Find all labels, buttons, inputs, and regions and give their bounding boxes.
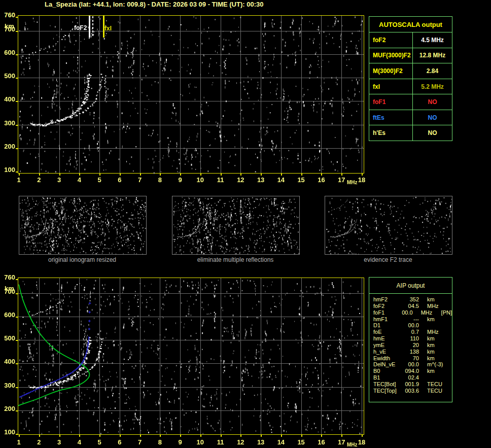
parameter-value: 70 bbox=[404, 355, 419, 362]
parameter-value: 094.0 bbox=[404, 368, 419, 374]
station-title: La_Spezia (lat: +44.1, lon: 009.8) - DAT… bbox=[45, 1, 263, 8]
parameter-label: ymE bbox=[373, 342, 404, 349]
thumbnail-original-ionogram bbox=[19, 196, 147, 255]
x-tick-label: 10 bbox=[194, 439, 206, 445]
thumbnail-no-multiples bbox=[172, 196, 300, 255]
parameter-label: h'Es bbox=[369, 125, 412, 141]
x-tick-label: 4 bbox=[73, 177, 85, 183]
y-tick-label: 100 bbox=[0, 166, 15, 174]
x-tick-label: 8 bbox=[154, 177, 166, 183]
parameter-label: DelN_vE bbox=[373, 361, 404, 368]
x-axis-unit-label: MHz bbox=[347, 180, 358, 185]
thumbnail-f2-trace bbox=[325, 196, 452, 255]
x-tick-label: 6 bbox=[114, 439, 126, 445]
thumbnail-no-multiples-canvas bbox=[172, 196, 299, 254]
x-tick-label: 1 bbox=[13, 439, 25, 445]
autoscala-output-table: AUTOSCALA output foF24.5 MHzMUF(3000)F21… bbox=[369, 16, 452, 141]
x-tick-label: 16 bbox=[315, 177, 327, 183]
x-tick-label: 5 bbox=[93, 177, 106, 183]
x-tick-label: 9 bbox=[174, 439, 186, 445]
parameter-label: foF1 bbox=[373, 309, 400, 316]
aip-row-tectop: TEC[Top]003.6TECU bbox=[373, 388, 452, 394]
autoscala-table-title: AUTOSCALA output bbox=[369, 17, 452, 32]
autoscala-screen: La_Spezia (lat: +44.1, lon: 009.8) - DAT… bbox=[0, 0, 491, 448]
parameter-value: 00.0 bbox=[404, 322, 419, 329]
parameter-unit: m^(-3) bbox=[427, 361, 449, 368]
parameter-value: 003.6 bbox=[404, 388, 419, 394]
parameter-value: 0.7 bbox=[404, 329, 419, 335]
parameter-label: MUF(3000)F2 bbox=[369, 48, 412, 63]
x-tick-label: 11 bbox=[215, 177, 227, 183]
y-tick-label: 500 bbox=[0, 335, 15, 342]
parameter-value: --- bbox=[404, 316, 419, 323]
aip-row-fof1: foF100.0MHz[PN] bbox=[373, 309, 452, 316]
aip-row-d1: D100.0 bbox=[373, 322, 452, 329]
aip-row-hve: h_vE138km bbox=[373, 349, 452, 355]
x-tick-label: 8 bbox=[154, 439, 166, 445]
y-tick-label: 100 bbox=[0, 429, 15, 436]
x-tick-label: 11 bbox=[215, 439, 227, 445]
parameter-unit: km bbox=[427, 342, 449, 349]
x-tick-label: 7 bbox=[134, 439, 146, 445]
thumbnail-original-canvas bbox=[19, 196, 146, 254]
parameter-value: 00.0 bbox=[404, 361, 419, 368]
x-tick-label: 7 bbox=[134, 177, 146, 183]
thumbnail-original-caption: original ionogram resized bbox=[18, 256, 146, 263]
aip-row-hmf1: hmF1---km bbox=[373, 316, 452, 323]
x-tick-label: 13 bbox=[255, 177, 267, 183]
parameter-value: NO bbox=[412, 110, 452, 125]
fxi-marker-label: fxI bbox=[104, 25, 112, 32]
aip-row-tecbot: TEC[Bot]001.9TECU bbox=[373, 381, 452, 388]
aip-row-fof2: foF204.5MHz bbox=[373, 303, 452, 309]
autoscala-table-rows: foF24.5 MHzMUF(3000)F212.8 MHzM(3000)F22… bbox=[369, 32, 452, 141]
parameter-unit: km bbox=[427, 349, 449, 355]
x-tick-label: 3 bbox=[53, 439, 65, 445]
aip-row-hme: hmE110km bbox=[373, 335, 452, 342]
y-tick-label: 760 bbox=[0, 12, 15, 19]
x-tick-label: 13 bbox=[255, 439, 267, 445]
y-tick-label: 400 bbox=[0, 358, 15, 365]
x-tick-label: 3 bbox=[53, 177, 65, 183]
autoscala-row-fof2: foF24.5 MHz bbox=[369, 32, 452, 48]
autoscala-row-fxi: fxI5.2 MHz bbox=[369, 79, 452, 94]
parameter-value: 04.5 bbox=[404, 303, 419, 309]
y-axis-unit-label: km bbox=[5, 285, 14, 292]
parameter-label: fxI bbox=[369, 79, 412, 94]
x-tick-label: 1 bbox=[13, 177, 25, 183]
x-tick-label: 5 bbox=[93, 439, 106, 445]
aip-row-b1: B102.4 bbox=[373, 374, 452, 381]
parameter-unit: km bbox=[427, 355, 449, 362]
x-tick-label: 9 bbox=[174, 177, 186, 183]
parameter-flag: [PN] bbox=[441, 309, 452, 316]
x-tick-label: 17 bbox=[335, 177, 347, 183]
parameter-unit: TECU bbox=[427, 388, 449, 394]
y-tick-label: 300 bbox=[0, 382, 15, 389]
parameter-label: hmE bbox=[373, 335, 404, 342]
parameter-unit: MHz bbox=[427, 303, 449, 309]
aip-output-table: AIP output hmF2352kmfoF204.5MHzfoF100.0M… bbox=[369, 277, 452, 402]
parameter-value: 2.84 bbox=[412, 63, 452, 79]
parameter-label: hmF1 bbox=[373, 316, 404, 323]
parameter-label: foE bbox=[373, 329, 404, 335]
autoscala-row-hes: h'EsNO bbox=[369, 125, 452, 141]
parameter-unit: km bbox=[427, 296, 449, 303]
aip-row-hmf2: hmF2352km bbox=[373, 296, 452, 303]
aip-row-foe: foE0.7MHz bbox=[373, 329, 452, 335]
parameter-label: foF2 bbox=[373, 303, 404, 309]
restored-ionogram-canvas bbox=[16, 277, 367, 440]
main-ionogram-canvas bbox=[16, 15, 367, 177]
parameter-label: TEC[Top] bbox=[373, 388, 404, 394]
x-tick-label: 15 bbox=[295, 177, 307, 183]
x-tick-label: 14 bbox=[275, 177, 287, 183]
y-tick-label: 200 bbox=[0, 143, 15, 150]
parameter-value: 02.4 bbox=[404, 374, 419, 381]
autoscala-row-ftes: ftEsNO bbox=[369, 110, 452, 125]
y-axis-unit-label: km bbox=[5, 22, 14, 30]
parameter-value: 001.9 bbox=[404, 381, 419, 388]
x-tick-label: 12 bbox=[234, 177, 247, 183]
parameter-value: 138 bbox=[404, 349, 419, 355]
aip-row-b0: B0094.0km bbox=[373, 368, 452, 374]
x-tick-label: 12 bbox=[234, 439, 247, 445]
fof2-marker-label: foF2 bbox=[74, 24, 87, 31]
parameter-unit bbox=[427, 374, 449, 381]
